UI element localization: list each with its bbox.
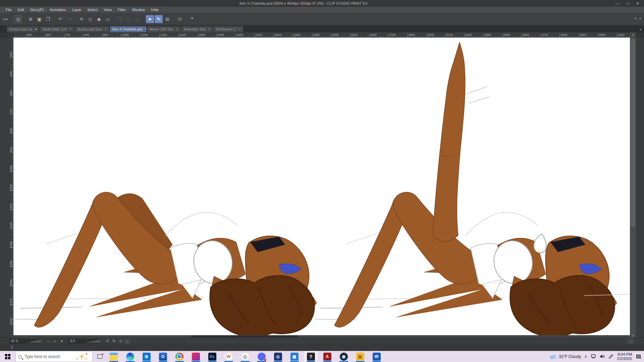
ruler-label: 720 [9,107,13,116]
document-tab[interactable]: Gif Numero 2✕ [214,26,243,32]
taskbar-app-edge[interactable] [123,351,137,362]
weather-widget[interactable]: 32°F Cloudy [549,354,581,359]
taskbar-search[interactable]: Type here to search [15,351,93,362]
ruler-label: 840 [9,126,13,135]
menu-layer[interactable]: Layer [69,7,85,13]
document-tab[interactable]: KennyLopez-Sc● [7,26,39,32]
open-file-icon[interactable]: ▣ [35,15,43,23]
menu-window[interactable]: Window [129,7,148,13]
rotation-slider[interactable] [85,339,101,343]
taskbar-app-wattpad[interactable]: W [222,351,235,362]
document-tab[interactable]: Ken X Charlotte.psd✕ [110,26,146,32]
taskbar-app-word[interactable]: W [370,351,383,362]
maximize-button[interactable]: □ [623,0,633,7]
vertical-scrollbar[interactable]: ∨ [630,38,636,338]
rotate-ccw-button[interactable]: ↺ [104,339,110,344]
tab-close-icon[interactable]: ✕ [176,27,178,31]
start-button[interactable] [0,351,15,362]
csp-logo-icon[interactable]: ◎ [14,15,22,23]
taskbar-app-acrobat[interactable]: A [321,351,334,362]
frame-border-tool-icon[interactable]: ⊞ [163,15,171,23]
clear-icon[interactable]: ✳ [77,15,86,23]
expand-panel-icon[interactable]: «« [10,345,14,349]
taskbar-app-discord[interactable] [255,351,268,362]
menu-storyp[interactable]: Story(P) [27,7,47,13]
taskbar-app-clip-studio[interactable]: ◎ [238,351,252,362]
document-tab[interactable]: Sarah Walk Cycl✕ [40,26,74,32]
document-tab[interactable]: Scamp and Sara✕ [75,26,109,32]
next-view-button[interactable]: › [628,339,634,344]
canvas[interactable] [13,38,630,338]
clock[interactable]: 8:04 PM 2/2/2025 [617,352,632,361]
taskbar-app-notes[interactable]: ▤ [354,351,367,362]
taskbar-app-photoshop[interactable]: Ps [206,351,219,362]
tab-close-icon[interactable]: ✕ [208,27,211,31]
chrome-icon [175,353,183,361]
document-tab[interactable]: Akane CSP Doc✕ [147,26,181,32]
ruler-label: 3240 [465,33,472,37]
scroll-down-icon[interactable]: ∨ [630,334,636,337]
menu-file[interactable]: File [3,7,15,13]
menu-select[interactable]: Select [85,7,101,13]
comment-icon[interactable]: ❞ [188,15,196,23]
fill-icon[interactable]: ▦ [86,15,94,23]
left-panel-strip [0,32,8,38]
notification-center-button[interactable] [636,354,641,359]
select-rectangle-icon[interactable]: ▢ [116,15,124,23]
taskbar-app-steam[interactable]: ◉ [337,351,351,362]
fit-to-screen-button[interactable]: ■ [59,339,65,344]
redo-icon[interactable]: ↷ [65,15,73,23]
taskbar-app-outlook[interactable]: O [156,351,170,362]
menu-animation[interactable]: Animation [47,7,69,13]
zoom-out-button[interactable]: − [45,339,51,344]
horizontal-scrollbar[interactable] [13,335,630,338]
zoom-value-field[interactable]: 47.3 [9,339,25,344]
tab-overflow-icon[interactable]: ∨ [639,27,642,31]
tab-close-icon[interactable]: ✕ [69,27,72,31]
task-view-button[interactable] [94,351,105,362]
collapse-panels-icon[interactable]: « « [634,16,642,21]
print-icon[interactable]: ❐ [44,15,52,23]
zoom-slider[interactable] [26,339,42,343]
taskbar-app-microsoft-store[interactable]: ⊞ [140,351,153,362]
vertical-scrollbar-thumb[interactable] [631,39,635,227]
volume-icon[interactable] [600,354,605,359]
close-button[interactable]: ✕ [633,0,643,7]
companion-mode-icon[interactable]: ☏ [176,15,184,23]
network-icon[interactable] [591,354,596,359]
pen-icon[interactable] [608,354,613,359]
sweat-drop [534,234,546,253]
object-tool-icon[interactable]: ➤ [146,15,154,23]
new-document-icon[interactable]: ⊕ [26,15,35,23]
document-tab[interactable]: Animation Test✕ [181,26,213,32]
menu-view[interactable]: View [101,7,115,13]
pen-tool-icon[interactable]: ✎ [155,15,163,23]
menu-filter[interactable]: Filter [115,7,129,13]
menu-help[interactable]: Help [148,7,162,13]
toolbar-overflow-icon[interactable]: »» [2,15,10,23]
tray-overflow-chevron[interactable]: ∧ [584,354,587,359]
taskbar-app-pureref[interactable]: ◎ [271,351,285,362]
prev-view-button[interactable]: ‹ [124,339,130,344]
taskbar-app-chrome[interactable] [173,351,186,362]
taskbar-app-file-explorer[interactable] [107,351,120,362]
zoom-in-button[interactable]: + [52,339,58,344]
menu-edit[interactable]: Edit [15,7,27,13]
tab-close-icon[interactable]: ✕ [105,27,107,31]
horizontal-scrollbar-thumb[interactable] [191,336,299,338]
taskbar-app-photos[interactable]: ▣ [288,351,301,362]
tab-close-icon[interactable]: ✕ [145,27,147,31]
rotate-cw-button[interactable]: ↻ [111,339,117,344]
crop-icon[interactable]: ▱ [104,15,112,23]
tab-close-icon[interactable]: ✕ [238,27,241,31]
scroll-up-icon[interactable]: ∧ [630,32,636,38]
rotation-value-field[interactable]: 0.0 [68,339,85,344]
taskbar-app-clip-studio-paint[interactable]: ʔ [304,351,318,362]
reset-rotation-button[interactable]: ⊙ [118,339,124,344]
minimize-button[interactable]: — [612,0,623,7]
undo-icon[interactable]: ↶ [56,15,64,23]
eraser-icon[interactable]: ◆ [95,15,103,23]
taskbar-app-creative-cloud[interactable] [189,351,203,362]
select-area-icon[interactable]: ▭ [133,15,142,23]
select-lasso-icon[interactable]: ◇ [125,15,133,23]
